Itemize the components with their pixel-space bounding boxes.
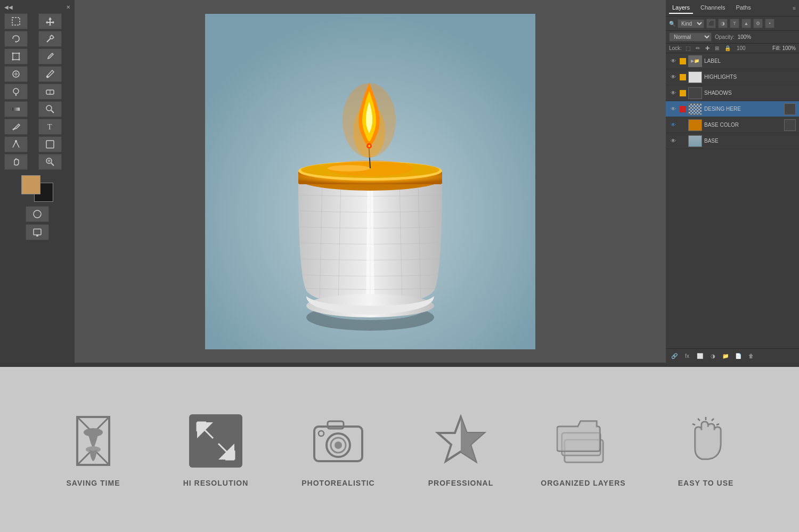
hi-resolution-icon <box>186 412 245 470</box>
new-group-btn[interactable]: 📁 <box>720 351 731 361</box>
layer-highlights[interactable]: 👁 HIGHLIGHTS <box>666 69 799 85</box>
magic-wand-tool[interactable] <box>38 31 62 47</box>
layer-base[interactable]: 👁 BASE <box>666 133 799 149</box>
layer-visibility-icon[interactable]: 👁 <box>669 57 678 66</box>
lock-transparent-btn[interactable]: ⬚ <box>684 45 692 52</box>
layer-visibility-icon[interactable]: 👁 <box>669 105 678 113</box>
photorealistic-label: PHOTOREALISTIC <box>301 479 374 487</box>
professional-icon <box>431 412 490 470</box>
easy-to-use-icon <box>676 412 735 470</box>
spot-heal-tool[interactable] <box>4 66 28 82</box>
svg-point-15 <box>13 88 19 94</box>
fill-value: Fill: 100% <box>772 45 796 51</box>
lasso-tool[interactable] <box>4 31 28 47</box>
svg-point-9 <box>12 59 14 61</box>
svg-line-21 <box>51 110 54 113</box>
eyedropper-tool[interactable] <box>38 48 62 64</box>
toolbar-header: ◀◀ ✕ <box>4 4 70 10</box>
pen-tool[interactable] <box>4 119 28 135</box>
layer-visibility-icon[interactable]: 👁 <box>669 121 678 129</box>
layer-thumbnail <box>688 71 702 83</box>
new-fill-layer-btn[interactable]: ◑ <box>707 351 718 361</box>
svg-point-10 <box>19 59 20 61</box>
layers-tab[interactable]: Layers <box>669 2 693 14</box>
zoom-tool[interactable] <box>38 101 62 117</box>
easy-to-use-label: EASY TO USE <box>678 479 734 487</box>
layer-thumbnail <box>688 119 702 131</box>
hand-tool[interactable] <box>4 154 28 170</box>
eraser-tool[interactable] <box>38 84 62 100</box>
delete-layer-btn[interactable]: 🗑 <box>746 351 756 361</box>
opacity-value: 100% <box>738 34 754 40</box>
svg-rect-0 <box>12 18 20 25</box>
filter-pixel-btn[interactable]: ⬛ <box>706 19 716 28</box>
color-swatches[interactable] <box>21 175 53 202</box>
layer-design-here[interactable]: 👁 DESING HERE <box>666 101 799 117</box>
layer-search-row: 🔍 Kind ⬛ ◑ T ▲ ⚙ • <box>666 17 799 31</box>
feature-hi-resolution: HI RESOLUTION <box>154 412 277 487</box>
svg-line-2 <box>47 38 51 42</box>
professional-label: PROFESSIONAL <box>428 479 493 487</box>
new-layer-btn[interactable]: 📄 <box>733 351 744 361</box>
link-layers-btn[interactable]: 🔗 <box>669 351 680 361</box>
screen-mode-tool[interactable] <box>26 224 49 240</box>
layer-color-tag <box>680 74 686 80</box>
opacity-label: Opacity: <box>715 34 735 40</box>
layer-base-color[interactable]: 👁 BASE COLOR <box>666 117 799 133</box>
photoshop-ui: ◀◀ ✕ <box>0 0 799 363</box>
path-selection-tool[interactable] <box>4 136 28 152</box>
blend-mode-select[interactable]: Normal <box>669 32 712 42</box>
svg-point-24 <box>15 140 17 142</box>
layer-color-tag <box>680 122 686 128</box>
filter-adjust-btn[interactable]: ◑ <box>718 19 728 28</box>
layer-mask-thumbnail <box>784 119 796 131</box>
zoom-tool-2[interactable] <box>38 154 62 170</box>
layer-thumbnail: ▶📁 <box>688 55 702 67</box>
feature-easy-to-use: EASY TO USE <box>645 412 767 487</box>
filter-smart-btn[interactable]: ⚙ <box>753 19 763 28</box>
filter-type-btn[interactable]: T <box>730 19 739 28</box>
marquee-tool[interactable] <box>4 13 28 29</box>
layers-panel: Layers Channels Paths ≡ 🔍 Kind ⬛ ◑ T ▲ ⚙… <box>666 0 799 363</box>
svg-rect-19 <box>12 108 20 111</box>
lock-position-btn[interactable]: ✚ <box>704 45 711 52</box>
clone-stamp-tool[interactable] <box>4 84 28 100</box>
lock-artboard-btn[interactable]: ⊞ <box>713 45 721 52</box>
filter-dot[interactable]: • <box>765 19 774 28</box>
foreground-color-swatch[interactable] <box>21 175 40 194</box>
lock-all-btn[interactable]: 🔒 <box>723 45 732 52</box>
filter-shape-btn[interactable]: ▲ <box>741 19 751 28</box>
layer-visibility-icon[interactable]: 👁 <box>669 89 678 97</box>
layer-thumbnail <box>688 135 702 147</box>
kind-select[interactable]: Kind <box>678 19 704 28</box>
fill-label: 100 <box>737 45 746 51</box>
layer-shadows[interactable]: 👁 SHADOWS <box>666 85 799 101</box>
shape-tool[interactable] <box>38 136 62 152</box>
layers-list: 👁 ▶📁 LABEL 👁 HIGHLIGHTS 👁 SHADOWS <box>666 53 799 348</box>
paths-tab[interactable]: Paths <box>733 2 754 14</box>
layer-visibility-icon[interactable]: 👁 <box>669 73 678 81</box>
layer-thumbnail <box>688 87 702 99</box>
svg-point-53 <box>368 145 370 147</box>
toolbar-close-icon[interactable]: ✕ <box>66 4 70 10</box>
blend-mode-row: Normal Opacity: 100% <box>666 31 799 44</box>
lock-brush-btn[interactable]: ✏ <box>694 45 702 52</box>
layer-mask-btn[interactable]: ⬜ <box>695 351 705 361</box>
text-tool[interactable]: T <box>38 119 62 135</box>
gradient-tool[interactable] <box>4 101 28 117</box>
toolbar-collapse-icon[interactable]: ◀◀ <box>4 4 13 10</box>
transform-tool[interactable] <box>4 48 28 64</box>
layer-name: BASE COLOR <box>704 122 782 128</box>
svg-point-59 <box>84 428 103 437</box>
panel-menu-icon[interactable]: ≡ <box>793 5 796 11</box>
svg-point-75 <box>319 431 324 436</box>
quick-mask-tool[interactable] <box>26 206 49 222</box>
layer-label[interactable]: 👁 ▶📁 LABEL <box>666 53 799 69</box>
channels-tab[interactable]: Channels <box>697 2 728 14</box>
layer-visibility-icon[interactable]: 👁 <box>669 137 678 145</box>
brush-tool[interactable] <box>38 66 62 82</box>
layer-style-btn[interactable]: fx <box>682 351 692 361</box>
svg-marker-1 <box>46 17 54 26</box>
svg-line-84 <box>712 419 714 421</box>
move-tool[interactable] <box>38 13 62 29</box>
